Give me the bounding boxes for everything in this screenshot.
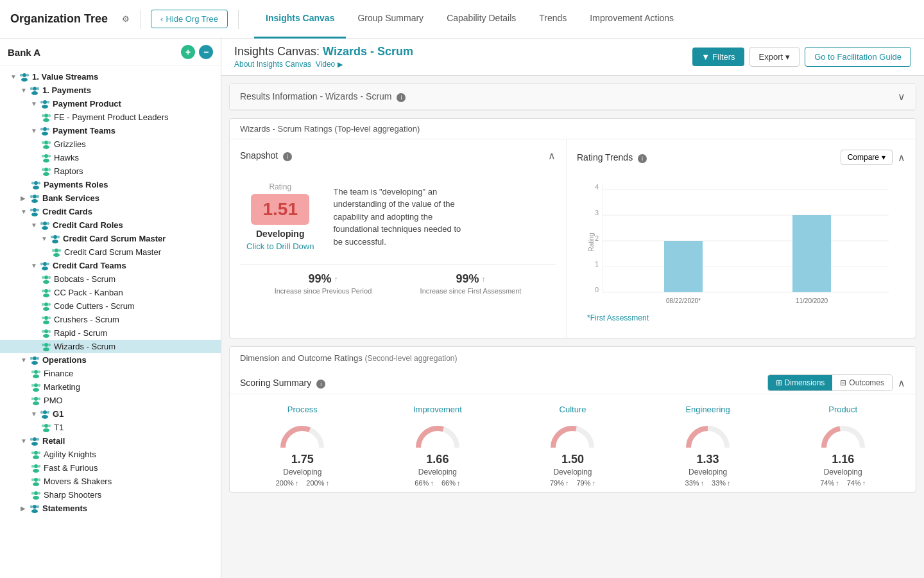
collapse-results-button[interactable]: ∨: [898, 91, 905, 103]
gear-icon[interactable]: ⚙: [122, 14, 130, 24]
tree-item-label: 1. Value Streams: [32, 72, 98, 82]
tree-item-wizards[interactable]: Wizards - Scrum: [0, 340, 221, 353]
tree-item-credit-cards[interactable]: ▼ Credit Cards: [0, 205, 221, 218]
tree-item-value-streams[interactable]: ▼ 1. Value Streams: [0, 70, 221, 83]
group-icon: [51, 248, 62, 257]
tree-item-rapid[interactable]: Rapid - Scrum: [0, 326, 221, 340]
export-button[interactable]: Export ▾: [749, 47, 800, 67]
tree-item-pmo[interactable]: PMO: [0, 394, 221, 407]
title-prefix: Insights Canvas:: [234, 45, 323, 58]
dim-name-product[interactable]: Product: [782, 405, 904, 414]
collapse-button[interactable]: −: [199, 45, 213, 59]
results-title: Results Information - Wizards - Scrum i: [240, 91, 406, 102]
first-assessment-link[interactable]: *First Assessment: [587, 313, 895, 322]
hide-org-tree-button[interactable]: ‹ Hide Org Tree: [151, 10, 228, 28]
svg-point-24: [44, 154, 48, 158]
drill-down-link[interactable]: Click to Drill Down: [246, 241, 314, 251]
svg-point-6: [30, 87, 33, 89]
tree-item-label: Bobcats - Scrum: [54, 274, 116, 284]
svg-point-48: [53, 235, 57, 239]
tree-item-payment-teams[interactable]: ▼ Payment Teams: [0, 124, 221, 137]
tree-item-fast-furious[interactable]: Fast & Furious: [0, 461, 221, 475]
tree-item-t1[interactable]: T1: [0, 421, 221, 434]
group-icon: [40, 127, 50, 136]
compare-button[interactable]: Compare ▾: [841, 150, 893, 165]
tree-item-cc-pack[interactable]: CC Pack - Kanban: [0, 286, 221, 299]
rating-label: Rating: [246, 182, 314, 191]
svg-point-69: [43, 307, 49, 311]
tree-item-label: Agility Knights: [44, 450, 96, 459]
tree-item-raptors[interactable]: Raptors: [0, 164, 221, 178]
collapse-trends-button[interactable]: ∧: [898, 152, 905, 164]
tree-item-label: Payment Teams: [53, 126, 116, 136]
tree-item-cc-scrum-master-item[interactable]: Credit Card Scrum Master: [0, 245, 221, 259]
tree-item-grizzlies[interactable]: Grizzlies: [0, 137, 221, 151]
group-icon: [41, 423, 51, 432]
stat1-value: 99%: [308, 272, 331, 286]
dim-name-process[interactable]: Process: [242, 405, 364, 414]
svg-point-13: [43, 118, 49, 122]
tree-item-cc-scrum-master-group[interactable]: ▼ Credit Card Scrum Master: [0, 232, 221, 245]
title-highlight: Wizards - Scrum: [323, 45, 413, 58]
svg-point-60: [44, 276, 48, 279]
tree-item-credit-card-roles[interactable]: ▼ Credit Card Roles: [0, 218, 221, 232]
tree-item-payments[interactable]: ▼ 1. Payments: [0, 83, 221, 97]
tree-item-statements[interactable]: ▶ Statements: [0, 502, 221, 515]
tree-item-g1[interactable]: ▼ G1: [0, 407, 221, 421]
svg-point-119: [38, 464, 40, 467]
tab-improvement-actions[interactable]: Improvement Actions: [578, 0, 685, 39]
tree-item-operations[interactable]: ▼ Operations: [0, 353, 221, 367]
about-link[interactable]: About Insights Canvas: [234, 60, 311, 69]
group-icon: [30, 207, 40, 216]
dim-stat-2: 74% ↑: [847, 479, 866, 487]
tab-insights-canvas[interactable]: Insights Canvas: [254, 0, 346, 39]
filters-button[interactable]: ▼ Filters: [692, 48, 744, 66]
tree-item-code-cutters[interactable]: Code Cutters - Scrum: [0, 299, 221, 313]
tree-item-credit-card-teams[interactable]: ▼ Credit Card Teams: [0, 259, 221, 272]
dimensions-toggle-button[interactable]: ⊞ Dimensions: [768, 375, 833, 390]
tab-capability-details[interactable]: Capability Details: [435, 0, 527, 39]
tree-item-movers-shakers[interactable]: Movers & Shakers: [0, 475, 221, 488]
svg-point-8: [43, 100, 47, 104]
collapse-dimensions-button[interactable]: ∧: [898, 377, 905, 389]
tree-item-payments-roles[interactable]: Payments Roles: [0, 178, 221, 191]
dim-name-culture[interactable]: Culture: [512, 405, 634, 414]
svg-point-80: [44, 343, 48, 347]
dim-card-culture: Culture 1.50 Developing 79% ↑ 79% ↑: [512, 405, 634, 487]
facilitation-guide-button[interactable]: Go to Facilitation Guide: [805, 47, 911, 67]
dim-name-engineering[interactable]: Engineering: [647, 405, 769, 414]
svg-point-101: [42, 415, 48, 419]
tree-item-agility-knights[interactable]: Agility Knights: [0, 448, 221, 461]
outcomes-toggle-button[interactable]: ⊟ Outcomes: [832, 375, 892, 390]
expand-arrow: ▼: [21, 437, 28, 445]
tree-item-crushers[interactable]: Crushers - Scrum: [0, 313, 221, 326]
tab-trends[interactable]: Trends: [527, 0, 578, 39]
svg-point-120: [34, 478, 38, 482]
tree-item-bobcats[interactable]: Bobcats - Scrum: [0, 272, 221, 286]
svg-point-72: [44, 316, 48, 320]
tree-item-fe-payment[interactable]: FE - Payment Product Leaders: [0, 110, 221, 124]
tree-item-retail[interactable]: ▼ Retail: [0, 434, 221, 448]
expand-arrow: ▼: [10, 73, 18, 81]
trends-title: Rating Trends i: [577, 152, 647, 163]
tree-item-bank-services[interactable]: ▶ Bank Services: [0, 191, 221, 205]
tab-group-summary[interactable]: Group Summary: [346, 0, 435, 39]
svg-point-17: [42, 132, 48, 136]
add-node-button[interactable]: +: [181, 45, 195, 59]
svg-point-88: [34, 370, 38, 374]
tree-item-finance[interactable]: Finance: [0, 367, 221, 380]
tree-item-hawks[interactable]: Hawks: [0, 151, 221, 164]
svg-point-98: [31, 397, 34, 399]
video-link[interactable]: Video ▶: [316, 60, 343, 69]
collapse-snapshot-button[interactable]: ∧: [548, 150, 556, 162]
chevron-down-icon: ▾: [785, 52, 790, 62]
nav-tabs: Insights Canvas Group Summary Capability…: [254, 0, 685, 39]
tree-item-payment-product[interactable]: ▼ Payment Product: [0, 97, 221, 110]
page-title: Insights Canvas: Wizards - Scrum: [234, 45, 413, 58]
svg-point-21: [43, 145, 49, 149]
dim-name-improvement[interactable]: Improvement: [377, 405, 499, 414]
tree-item-sharp-shooters[interactable]: Sharp Shooters: [0, 488, 221, 502]
filters-label: Filters: [712, 52, 735, 62]
rating-level: Developing: [246, 229, 314, 239]
tree-item-marketing[interactable]: Marketing: [0, 380, 221, 394]
